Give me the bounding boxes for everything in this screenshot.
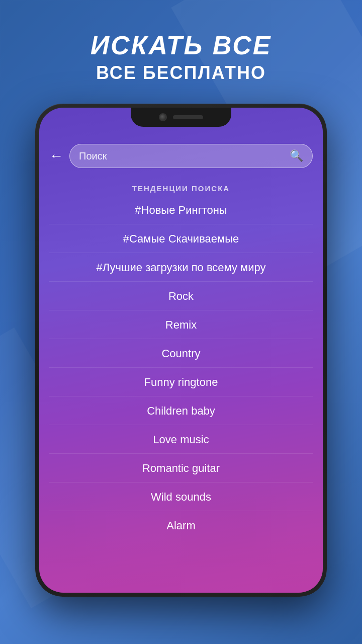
trend-item[interactable]: #Лучшие загрузки по всему миру xyxy=(49,254,313,282)
trend-list: #Новые Рингтоны#Самые Скачиваемые#Лучшие… xyxy=(39,197,323,593)
trend-item[interactable]: Remix xyxy=(49,311,313,339)
trend-item[interactable]: Alarm xyxy=(49,512,313,539)
trend-item[interactable]: #Самые Скачиваемые xyxy=(49,225,313,253)
search-input[interactable]: Поиск xyxy=(79,150,290,162)
header-title-line2: ВСЕ БЕСПЛАТНО xyxy=(90,62,272,84)
trend-item[interactable]: Funny ringtone xyxy=(49,369,313,396)
phone-outer-frame: ← Поиск 🔍 ТЕНДЕНЦИИ ПОИСКА #Новые Рингто… xyxy=(35,104,327,597)
phone-screen: ← Поиск 🔍 ТЕНДЕНЦИИ ПОИСКА #Новые Рингто… xyxy=(39,108,323,593)
phone-mockup: ← Поиск 🔍 ТЕНДЕНЦИИ ПОИСКА #Новые Рингто… xyxy=(35,104,327,597)
trend-item[interactable]: Love music xyxy=(49,426,313,454)
speaker-icon xyxy=(173,115,203,119)
trend-item[interactable]: Wild sounds xyxy=(49,484,313,511)
header-title-line1: ИСКАТЬ ВСЕ xyxy=(90,30,272,60)
phone-notch xyxy=(131,108,231,127)
trend-item[interactable]: Rock xyxy=(49,283,313,310)
screen-content: ← Поиск 🔍 ТЕНДЕНЦИИ ПОИСКА #Новые Рингто… xyxy=(39,108,323,593)
header-section: ИСКАТЬ ВСЕ ВСЕ БЕСПЛАТНО xyxy=(90,30,272,84)
search-bar-row: ← Поиск 🔍 xyxy=(39,138,323,174)
trend-item[interactable]: Romantic guitar xyxy=(49,455,313,482)
trend-item[interactable]: Children baby xyxy=(49,397,313,425)
camera-icon xyxy=(159,113,167,121)
trend-item[interactable]: Country xyxy=(49,340,313,368)
back-button[interactable]: ← xyxy=(49,148,63,164)
trend-item[interactable]: #Новые Рингтоны xyxy=(49,197,313,224)
search-input-wrapper[interactable]: Поиск 🔍 xyxy=(69,144,313,168)
search-icon[interactable]: 🔍 xyxy=(290,149,303,163)
trending-label: ТЕНДЕНЦИИ ПОИСКА xyxy=(39,184,323,193)
